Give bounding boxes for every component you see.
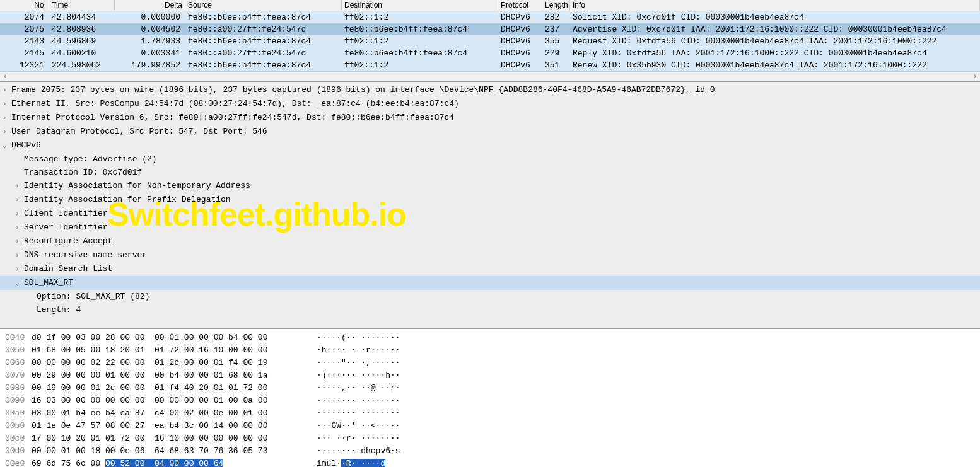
hex-row[interactable]: 008000 19 00 00 01 2c 00 00 01 f4 40 20 … [0, 382, 980, 395]
expand-icon[interactable]: › [15, 208, 24, 220]
col-header-info[interactable]: Info [570, 0, 980, 11]
tree-item[interactable]: ›Identity Association for Prefix Delegat… [0, 193, 980, 207]
tree-item[interactable]: Length: 4 [0, 303, 980, 316]
hex-row[interactable]: 00a003 00 01 b4 ee b4 ea 87 c4 00 02 00 … [0, 407, 980, 420]
hex-offset: 0070 [0, 369, 32, 382]
hex-ascii: ·····,·· ··@ ··r· [309, 382, 400, 395]
tree-label: Ethernet II, Src: PcsCompu_24:54:7d (08:… [11, 99, 459, 108]
tree-item[interactable]: ›Server Identifier [0, 221, 980, 234]
packet-rows: 207442.8044340.000000fe80::b6ee:b4ff:fee… [0, 11, 980, 71]
col-header-delta[interactable]: Delta [115, 0, 185, 11]
col-header-len[interactable]: Length [542, 0, 570, 11]
expand-icon[interactable]: › [3, 84, 11, 96]
hex-bytes: 01 68 00 05 00 18 20 01 01 72 00 16 10 0… [32, 344, 309, 357]
expand-icon[interactable]: › [15, 180, 24, 192]
hex-offset: 0040 [0, 332, 32, 344]
expand-icon[interactable]: › [3, 112, 11, 124]
packet-row[interactable]: 207442.8044340.000000fe80::b6ee:b4ff:fee… [0, 11, 980, 23]
hex-row[interactable]: 00e069 6d 75 6c 00 00 52 00 04 00 00 00 … [0, 458, 980, 467]
hex-ascii: ···GW··' ··<····· [309, 420, 400, 432]
tree-item[interactable]: ›Internet Protocol Version 6, Src: fe80:… [0, 111, 980, 125]
collapse-icon[interactable]: ⌄ [3, 140, 11, 152]
col-header-proto[interactable]: Protocol [498, 0, 542, 11]
tree-item[interactable]: Message type: Advertise (2) [0, 153, 980, 166]
hex-dump-pane: 0040d0 1f 00 03 00 28 00 00 00 01 00 00 … [0, 329, 980, 467]
tree-label: Length: 4 [37, 305, 81, 314]
expand-icon[interactable]: › [15, 194, 24, 206]
tree-item[interactable]: ›Client Identifier [0, 207, 980, 221]
packet-row[interactable]: 214344.5968691.787933fe80::b6ee:b4ff:fee… [0, 35, 980, 47]
tree-label: Domain Search List [24, 264, 112, 274]
hex-bytes: 00 29 00 00 00 01 00 00 00 b4 00 00 01 6… [32, 369, 309, 382]
col-header-time[interactable]: Time [49, 0, 115, 11]
tree-item[interactable]: ⌄DHCPv6 [0, 139, 980, 153]
tree-label: Identity Association for Non-temporary A… [24, 181, 250, 190]
hex-offset: 00d0 [0, 445, 32, 458]
scroll-left-icon[interactable]: ‹ [1, 73, 9, 81]
hex-bytes: 03 00 01 b4 ee b4 ea 87 c4 00 02 00 0e 0… [32, 407, 309, 420]
hex-ascii: ·h···· · ·r······ [309, 344, 400, 357]
hex-offset: 0050 [0, 344, 32, 357]
hex-bytes: 17 00 10 20 01 01 72 00 16 10 00 00 00 0… [32, 432, 309, 445]
tree-label: SOL_MAX_RT [24, 278, 73, 287]
expand-icon[interactable]: › [3, 98, 11, 110]
hex-offset: 0090 [0, 395, 32, 407]
tree-label: Frame 2075: 237 bytes on wire (1896 bits… [11, 85, 715, 95]
tree-label: Identity Association for Prefix Delegati… [24, 195, 231, 204]
expand-icon[interactable]: › [15, 263, 24, 275]
tree-item[interactable]: Transaction ID: 0xc7d01f [0, 166, 980, 179]
packet-row[interactable]: 207542.8089360.004502fe80::a00:27ff:fe24… [0, 23, 980, 35]
hex-bytes: 01 1e 0e 47 57 08 00 27 ea b4 3c 00 14 0… [32, 420, 309, 432]
col-header-source[interactable]: Source [185, 0, 342, 11]
hex-offset: 00c0 [0, 432, 32, 445]
collapse-icon[interactable]: ⌄ [15, 277, 24, 289]
hex-bytes: d0 1f 00 03 00 28 00 00 00 01 00 00 00 b… [32, 332, 309, 344]
hex-ascii: ········ dhcpv6·s [309, 445, 400, 458]
hex-bytes: 00 00 01 00 18 00 0e 06 64 68 63 70 76 3… [32, 445, 309, 458]
packet-row[interactable]: 214544.6002100.003341fe80::a00:27ff:fe24… [0, 47, 980, 59]
expand-icon[interactable]: › [15, 236, 24, 248]
tree-item[interactable]: ›Frame 2075: 237 bytes on wire (1896 bit… [0, 83, 980, 97]
hex-row[interactable]: 006000 00 00 00 02 22 00 00 01 2c 00 00 … [0, 357, 980, 369]
expand-icon[interactable]: › [3, 126, 11, 138]
h-scrollbar[interactable]: ‹ › [0, 71, 980, 81]
tree-label: Transaction ID: 0xc7d01f [24, 168, 142, 177]
hex-row[interactable]: 00d000 00 01 00 18 00 0e 06 64 68 63 70 … [0, 445, 980, 458]
packet-details-pane: ›Frame 2075: 237 bytes on wire (1896 bit… [0, 82, 980, 329]
hex-row[interactable]: 005001 68 00 05 00 18 20 01 01 72 00 16 … [0, 344, 980, 357]
tree-item[interactable]: ›User Datagram Protocol, Src Port: 547, … [0, 125, 980, 139]
tree-label: Reconfigure Accept [24, 236, 112, 246]
hex-row[interactable]: 0040d0 1f 00 03 00 28 00 00 00 01 00 00 … [0, 332, 980, 344]
col-header-dest[interactable]: Destination [342, 0, 498, 11]
hex-bytes: 00 00 00 00 02 22 00 00 01 2c 00 00 01 f… [32, 357, 309, 369]
hex-row[interactable]: 009016 03 00 00 00 00 00 00 00 00 00 00 … [0, 395, 980, 407]
expand-icon[interactable]: › [15, 250, 24, 262]
tree-label: Internet Protocol Version 6, Src: fe80::… [11, 113, 454, 122]
tree-item[interactable]: ›Identity Association for Non-temporary … [0, 179, 980, 193]
hex-ascii: ········ ········ [309, 395, 400, 407]
tree-label: Option: SOL_MAX_RT (82) [37, 292, 149, 301]
hex-ascii: ··· ··r· ········ [309, 432, 400, 445]
hex-row[interactable]: 007000 29 00 00 00 01 00 00 00 b4 00 00 … [0, 369, 980, 382]
packet-row[interactable]: 12321224.598062179.997852fe80::b6ee:b4ff… [0, 59, 980, 71]
scroll-right-icon[interactable]: › [971, 73, 979, 81]
hex-row[interactable]: 00b001 1e 0e 47 57 08 00 27 ea b4 3c 00 … [0, 420, 980, 432]
tree-label: Message type: Advertise (2) [24, 154, 157, 164]
tree-item[interactable]: ›Ethernet II, Src: PcsCompu_24:54:7d (08… [0, 97, 980, 111]
hex-offset: 0060 [0, 357, 32, 369]
hex-ascii: ·)······ ·····h·· [309, 369, 400, 382]
tree-item[interactable]: ⌄SOL_MAX_RT [0, 276, 980, 290]
tree-label: Server Identifier [24, 222, 108, 232]
col-header-no[interactable]: No. [0, 0, 49, 11]
hex-row[interactable]: 00c017 00 10 20 01 01 72 00 16 10 00 00 … [0, 432, 980, 445]
tree-label: DHCPv6 [11, 141, 41, 150]
hex-ascii: ········ ········ [309, 407, 400, 420]
expand-icon[interactable]: › [15, 222, 24, 234]
tree-item[interactable]: Option: SOL_MAX_RT (82) [0, 290, 980, 303]
packet-list-header: No. Time Delta Source Destination Protoc… [0, 0, 980, 11]
tree-item[interactable]: ›Domain Search List [0, 262, 980, 276]
tree-label: Client Identifier [24, 209, 108, 218]
tree-item[interactable]: ›Reconfigure Accept [0, 234, 980, 248]
hex-offset: 00b0 [0, 420, 32, 432]
tree-item[interactable]: ›DNS recursive name server [0, 248, 980, 262]
